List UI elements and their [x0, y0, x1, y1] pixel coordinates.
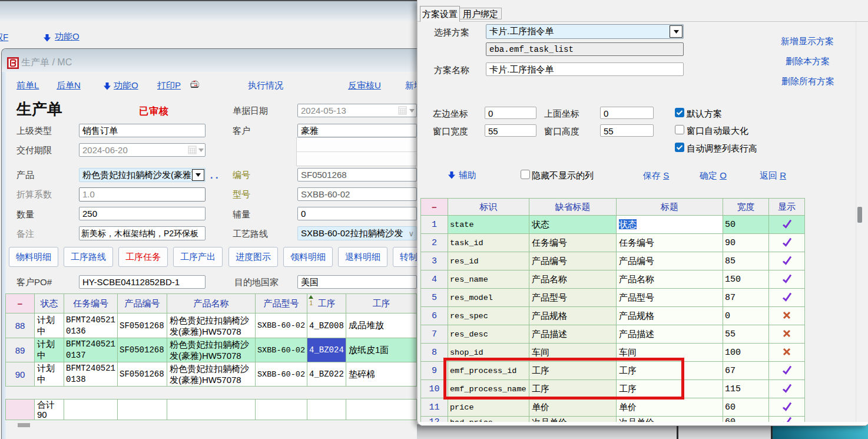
- svg-text:1: 1: [310, 300, 313, 306]
